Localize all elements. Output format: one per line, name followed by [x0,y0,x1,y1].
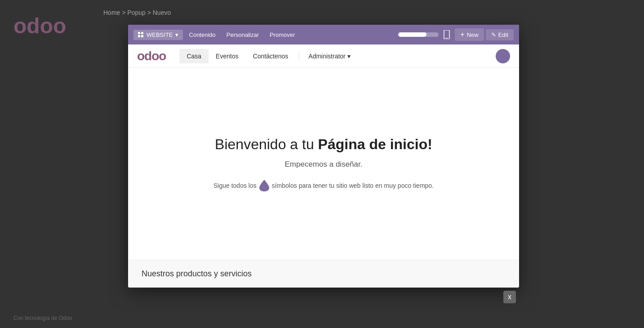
nav-link-eventos[interactable]: Eventos [209,49,246,63]
drop-avatar-icon [498,50,508,62]
pencil-icon: ✎ [491,31,496,38]
website-toolbar: WEBSITE ▾ Contenido Personalizar Promove… [128,25,519,44]
new-button[interactable]: + New [455,28,484,41]
admin-dropdown-arrow: ▾ [347,53,351,60]
modal-main-content: Bienvenido a tu Página de inicio! Empece… [128,68,519,288]
site-logo: odoo [137,49,166,63]
nav-admin[interactable]: Administrator ▾ [303,50,355,62]
bottom-section: Nuestros productos y servicios [128,260,519,288]
bg-odoo-logo: odoo [13,13,66,38]
nav-divider [299,52,299,61]
svg-rect-1 [446,38,448,39]
welcome-description: Sigue todos los símbolos para tener tu s… [213,180,434,191]
edit-button[interactable]: ✎ Edit [486,29,514,40]
contenido-button[interactable]: Contenido [185,30,220,40]
website-label: WEBSITE [147,31,173,38]
mobile-view-button[interactable] [440,28,453,41]
plus-icon: + [460,31,464,39]
website-menu-button[interactable]: WEBSITE ▾ [133,30,183,40]
products-title: Nuestros productos y servicios [142,269,506,279]
modal-dialog: WEBSITE ▾ Contenido Personalizar Promove… [128,25,519,288]
nav-links: Casa Eventos Contáctenos Administrator ▾ [179,49,496,63]
personalizar-button[interactable]: Personalizar [222,30,263,40]
site-navigation: odoo Casa Eventos Contáctenos Administra… [128,44,519,68]
progress-bar-fill [398,32,426,37]
welcome-section: Bienvenido a tu Página de inicio! Empece… [128,68,519,260]
promover-button[interactable]: Promover [265,30,299,40]
nav-link-contactenos[interactable]: Contáctenos [246,49,296,63]
grid-icon [138,32,143,37]
welcome-title: Bienvenido a tu Página de inicio! [215,136,432,153]
bg-breadcrumb: Home > Popup > Nuevo [103,9,171,16]
inline-drop-icon [259,180,269,191]
nav-link-casa[interactable]: Casa [179,49,209,63]
progress-bar-container [398,32,439,37]
bg-footer: Con tecnología de Odoo [13,315,72,321]
mobile-icon [443,30,451,39]
website-dropdown-arrow: ▾ [175,31,178,38]
user-avatar[interactable] [496,49,510,63]
modal-close-button[interactable]: x [503,291,516,303]
welcome-subtitle: Empecemos a diseñar. [285,160,363,169]
